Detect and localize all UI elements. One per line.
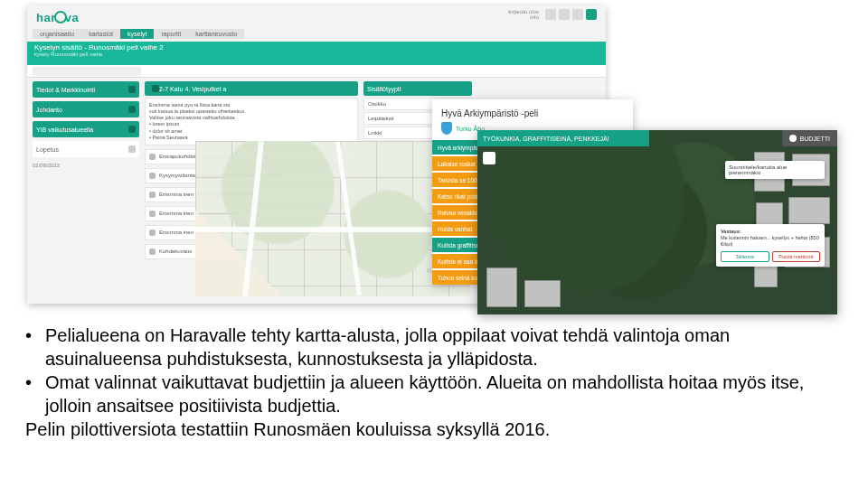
right-header: Sisältötyypit xyxy=(363,81,472,96)
menu-tab-2[interactable]: kyselyt xyxy=(120,29,154,39)
mid-header-label: 2-7 Katu 4. Vesiputket a xyxy=(159,86,226,92)
check-icon xyxy=(128,106,136,113)
map-road xyxy=(242,141,264,296)
gear-icon xyxy=(149,192,156,198)
lang-square-2[interactable] xyxy=(559,9,570,20)
slide-bullets: • Pelialueena on Haravalle tehty kartta-… xyxy=(25,324,850,441)
editor-header-actions: kirjaudu ulos info xyxy=(508,9,597,20)
editor-menubar: organisaatio kartastot kyselyt raportit … xyxy=(33,29,244,39)
popup-delete-button[interactable]: Poista merkintä xyxy=(772,251,821,262)
check-icon xyxy=(128,126,136,133)
left-date: 02/08/2022 xyxy=(33,163,139,168)
menu-tab-3[interactable]: raportit xyxy=(154,29,188,39)
editor-left-column: Tiedot & Markkinointi Johdanto YIB vaiku… xyxy=(33,81,139,168)
left-row-1-label: Johdanto xyxy=(36,107,62,113)
bullet-icon: • xyxy=(25,324,45,371)
aerial-search-icon[interactable] xyxy=(483,152,495,164)
check-icon xyxy=(128,86,136,93)
bullet-2: Omat valinnat vaikuttavat budjettiin ja … xyxy=(45,371,850,418)
check-icon xyxy=(152,85,159,92)
survey-selector[interactable] xyxy=(33,67,141,76)
bullet-1: Pelialueena on Haravalle tehty kartta-al… xyxy=(45,324,850,371)
gear-icon xyxy=(149,154,156,160)
harava-logo: harva xyxy=(36,9,79,24)
check-icon xyxy=(128,145,136,153)
bullet-icon: • xyxy=(25,371,45,418)
map-road xyxy=(335,141,362,296)
aerial-header: TYÖKUNKIA, GRAFFITISEINÄ, PENKKEJÄ! xyxy=(477,130,649,146)
left-row-3[interactable]: Lopetus xyxy=(33,141,139,157)
aerial-popup-2: Vastaus: Me kuitennin haluam... kysellys… xyxy=(716,224,825,267)
aerial-popup-1: Suunnittele/kartoita alue pienemmäksi xyxy=(725,161,825,179)
menu-tab-1[interactable]: kartastot xyxy=(81,29,120,39)
right-header-label: Sisältötyypit xyxy=(367,86,401,92)
survey-title: Kyselyn sisältö - Runosmäki peli vaihe 2 xyxy=(34,43,164,52)
aerial-building xyxy=(788,197,830,224)
left-row-3-label: Lopetus xyxy=(36,146,59,153)
popup2-body: Me kuitennin haluam... kysellys + hehta … xyxy=(721,235,820,248)
left-row-0-label: Tiedot & Markkinointi xyxy=(36,87,95,93)
lang-square-1[interactable] xyxy=(545,9,556,20)
popup2-label: Vastaus: xyxy=(721,229,741,234)
gear-icon xyxy=(149,173,156,179)
city-crest-icon xyxy=(441,122,452,135)
survey-subtitle: kysely Runosmäki peli vaihe xyxy=(34,52,599,57)
menu-tab-4[interactable]: karttaneuvosto xyxy=(188,29,244,39)
gear-icon xyxy=(149,230,156,236)
survey-selector-row xyxy=(27,65,606,78)
budget-dot-icon xyxy=(789,135,797,142)
map-road xyxy=(195,227,470,232)
lang-square-3[interactable] xyxy=(572,9,583,20)
left-row-0[interactable]: Tiedot & Markkinointi xyxy=(33,81,139,98)
gear-icon xyxy=(149,211,156,217)
mid-description: Ensimma isena pyo ra llista kana sta voi… xyxy=(145,98,358,145)
budget-label: BUDJETTI xyxy=(800,136,830,142)
editor-map[interactable]: Runosmäki xyxy=(195,141,470,296)
mid-header[interactable]: 2-7 Katu 4. Vesiputket a xyxy=(145,81,358,96)
gear-icon xyxy=(149,249,156,255)
paragraph-3: Pelin pilottiversiota testattiin Runosmä… xyxy=(25,418,850,441)
aerial-building xyxy=(486,267,517,307)
popup1-line2: pienemmäksi xyxy=(729,170,821,175)
left-row-1[interactable]: Johdanto xyxy=(33,101,139,117)
survey-titlebar: Kyselyn sisältö - Runosmäki peli vaihe 2… xyxy=(27,42,606,65)
screenshot-collage: harva kirjaudu ulos info organisaatio ka… xyxy=(0,0,868,312)
menu-tab-0[interactable]: organisaatio xyxy=(33,29,81,39)
left-row-2-label: YIB vaikutusalueella xyxy=(36,127,93,133)
aerial-building xyxy=(524,280,561,307)
lang-square-active[interactable] xyxy=(586,9,597,20)
card-title: Hyvä Arkiympäristö -peli xyxy=(432,99,633,122)
popup-save-button[interactable]: Tallenna xyxy=(721,251,769,262)
aerial-budget: BUDJETTI xyxy=(782,130,837,146)
header-meta-2: info xyxy=(530,14,539,20)
left-row-2[interactable]: YIB vaikutusalueella xyxy=(33,121,139,137)
aerial-game-window: TYÖKUNKIA, GRAFFITISEINÄ, PENKKEJÄ! BUDJ… xyxy=(477,130,837,314)
